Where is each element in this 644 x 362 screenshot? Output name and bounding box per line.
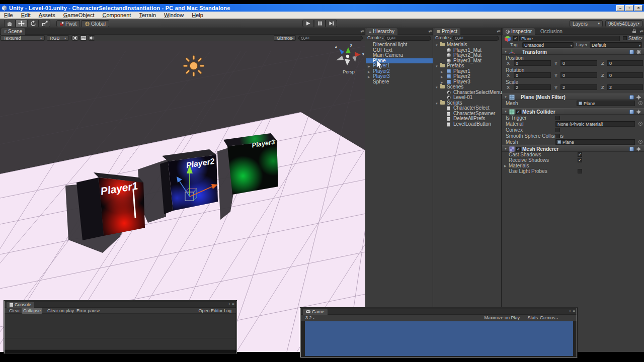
console-error-pause-button[interactable]: Error pause [75, 308, 102, 314]
project-item-player2-prefab[interactable]: ▶Player2 [434, 74, 501, 79]
close-icon[interactable]: × [573, 309, 575, 313]
gear-icon[interactable] [636, 110, 641, 114]
cube-player3[interactable]: Player3 [223, 133, 278, 195]
scale-z-field[interactable]: 2 [607, 84, 643, 90]
layout-dropdown[interactable]: 960x540Layou ▾ [605, 20, 642, 27]
rotation-x-field[interactable]: 0 [514, 72, 551, 78]
object-picker-icon[interactable] [638, 122, 642, 126]
rotation-z-field[interactable]: 0 [607, 72, 643, 78]
layers-dropdown[interactable]: Layers ▾ [570, 20, 603, 27]
menu-window[interactable]: Window [160, 12, 188, 19]
is-trigger-checkbox[interactable] [555, 116, 560, 120]
menu-gameobject[interactable]: GameObject [59, 12, 99, 19]
project-item-characterselect[interactable]: CharacterSelect [434, 106, 501, 111]
hierarchy-item-player1[interactable]: ▶Player1 [366, 63, 433, 69]
object-picker-icon[interactable] [638, 140, 642, 144]
object-picker-icon[interactable] [638, 101, 642, 105]
panel-menu-icon[interactable]: ▾≡ [639, 29, 643, 34]
restore-icon[interactable]: ▫ [228, 302, 230, 306]
move-tool-button[interactable] [16, 20, 27, 27]
smooth-sphere-checkbox[interactable] [555, 134, 560, 138]
scene-search-input[interactable]: All [298, 36, 363, 41]
console-collapse-button[interactable]: Collapse [22, 308, 42, 314]
hierarchy-create-button[interactable]: Create ▾ [367, 35, 384, 40]
tab-hierarchy[interactable]: ≡ Hierarchy [366, 28, 397, 35]
hand-tool-button[interactable] [4, 20, 16, 27]
foldout-icon[interactable]: ▶ [504, 164, 507, 167]
mesh-renderer-header[interactable]: ▼ ✓ Mesh Renderer [502, 145, 644, 152]
game-gizmos-dropdown[interactable]: Gizmos ▾ [538, 315, 559, 322]
convex-checkbox[interactable] [555, 128, 560, 132]
project-item-player3-prefab[interactable]: ▶Player3 [434, 79, 501, 85]
gear-icon[interactable] [636, 50, 641, 54]
foldout-icon[interactable]: ▼ [504, 147, 507, 150]
mesh-object-field[interactable]: Plane [577, 101, 635, 106]
physic-material-field[interactable]: None (Physic Material) [555, 121, 635, 127]
hierarchy-search-input[interactable]: All [384, 36, 431, 41]
scale-x-field[interactable]: 2 [514, 84, 551, 90]
tab-scene[interactable]: # Scene [1, 28, 25, 35]
minimize-button[interactable]: – [616, 5, 624, 11]
chevron-down-icon[interactable]: ▾ [640, 36, 642, 40]
scale-y-field[interactable]: 2 [560, 84, 597, 90]
render-mode-dropdown[interactable]: Textured ▾ [1, 35, 45, 41]
menu-help[interactable]: Help [188, 12, 207, 19]
light-probes-checkbox[interactable] [578, 169, 582, 173]
project-item-deleteallprefs[interactable]: DeleteAllPrefs [434, 116, 501, 122]
position-x-field[interactable]: 0 [514, 60, 551, 66]
active-checkbox[interactable]: ✓ [513, 36, 518, 41]
restore-icon[interactable]: ▫ [569, 309, 571, 313]
collider-mesh-field[interactable]: Plane [555, 139, 635, 145]
hierarchy-item-main-camera[interactable]: Main Camera [366, 53, 433, 58]
gear-icon[interactable] [636, 147, 641, 151]
panel-menu-icon[interactable]: ▾≡ [428, 29, 432, 34]
console-open-editor-log-button[interactable]: Open Editor Log [197, 308, 233, 314]
mesh-collider-enabled-checkbox[interactable]: ✓ [516, 110, 521, 114]
menu-file[interactable]: File [0, 12, 17, 19]
foldout-icon[interactable]: ▼ [504, 110, 507, 113]
position-y-field[interactable]: 0 [560, 60, 597, 66]
panel-menu-icon[interactable]: ▾≡ [497, 29, 500, 34]
console-titlebar[interactable]: Console ▫ × [5, 301, 236, 308]
tab-game[interactable]: Game [303, 309, 328, 315]
scene-audio-toggle[interactable] [88, 35, 95, 41]
project-create-button[interactable]: Create ▾ [435, 35, 452, 40]
close-icon[interactable]: × [232, 302, 234, 306]
mesh-filter-header[interactable]: ▼ Plane (Mesh Filter) [502, 94, 644, 100]
help-book-icon[interactable] [629, 50, 634, 54]
scale-tool-button[interactable] [39, 20, 50, 27]
project-item-level-01[interactable]: Level-01 [434, 95, 501, 101]
layer-dropdown[interactable]: Default▾ [590, 42, 642, 48]
project-search-input[interactable]: All [452, 36, 499, 41]
gizmos-dropdown[interactable]: Gizmos ▾ [274, 35, 296, 41]
receive-shadows-checkbox[interactable]: ✓ [578, 158, 582, 162]
foldout-icon[interactable]: ▼ [504, 96, 507, 99]
menu-terrain[interactable]: Terrain [135, 12, 160, 19]
pivot-toggle[interactable]: Pivot [56, 20, 80, 27]
menu-assets[interactable]: Assets [35, 12, 59, 19]
help-book-icon[interactable] [629, 147, 634, 151]
step-button[interactable] [326, 20, 337, 27]
tab-console[interactable]: Console [7, 302, 34, 308]
project-folder-scenes[interactable]: ▼Scenes [434, 84, 501, 90]
hierarchy-item-sphere[interactable]: Sphere [366, 79, 433, 85]
mesh-renderer-enabled-checkbox[interactable]: ✓ [516, 147, 521, 151]
project-item-player2-mat[interactable]: Player2_Mat [434, 53, 501, 58]
lock-icon[interactable] [632, 31, 636, 33]
gear-icon[interactable] [636, 95, 641, 100]
project-folder-materials[interactable]: ▼Materials [434, 42, 501, 48]
aspect-ratio-dropdown[interactable]: 3:2 ▾ [304, 315, 316, 322]
scene-lighting-toggle[interactable] [71, 35, 78, 41]
object-name-field[interactable]: Plane [519, 36, 620, 41]
console-log-area[interactable] [5, 314, 236, 338]
game-render-view[interactable] [305, 321, 573, 356]
cast-shadows-checkbox[interactable]: ✓ [578, 152, 582, 157]
scene-effects-toggle[interactable] [79, 35, 87, 41]
static-checkbox[interactable] [623, 36, 627, 40]
position-z-field[interactable]: 0 [607, 60, 643, 66]
help-book-icon[interactable] [629, 110, 634, 114]
persp-label[interactable]: Persp [343, 69, 355, 74]
hierarchy-item-directional-light[interactable]: Directional light [366, 42, 433, 48]
color-mode-dropdown[interactable]: RGB ▾ [47, 35, 69, 41]
project-folder-prefabs[interactable]: ▼Prefabs [434, 63, 501, 69]
